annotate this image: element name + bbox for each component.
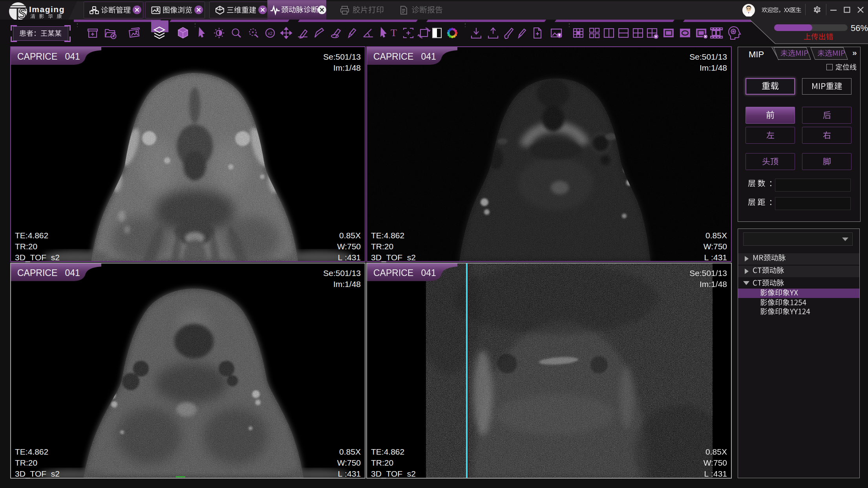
svg-text:x2: x2: [268, 31, 272, 36]
svg-text:T: T: [391, 27, 397, 38]
